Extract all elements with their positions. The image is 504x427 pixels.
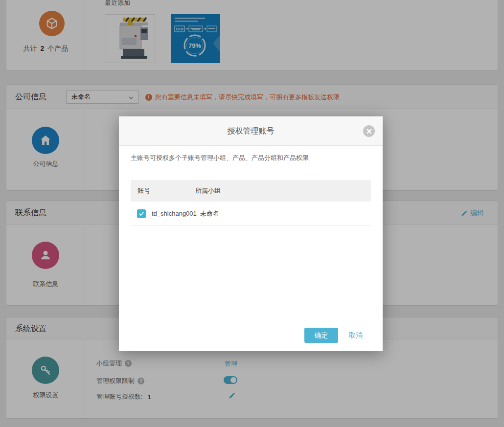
close-icon[interactable] [363,125,375,137]
modal-footer: 确定 取消 [304,328,363,343]
checkmark-icon [138,211,144,217]
modal-title: 授权管理账号 [119,126,383,136]
authorize-account-modal: 授权管理账号 主账号可授权多个子账号管理小组、产品、产品分组和产品权限 账号 所… [119,116,383,351]
column-account: 账号 [137,186,195,195]
account-checkbox[interactable] [137,209,146,218]
account-table: 账号 所属小组 td_shichang001 未命名 [131,180,371,226]
confirm-button[interactable]: 确定 [304,328,338,343]
account-row[interactable]: td_shichang001 未命名 [131,202,371,226]
modal-description: 主账号可授权多个子账号管理小组、产品、产品分组和产品权限 [131,154,309,162]
modal-header: 授权管理账号 [119,116,383,146]
page: 共计 2 个产品 最近添加 [0,0,504,427]
account-name: td_shichang001 [152,210,197,217]
column-group: 所属小组 [195,186,221,195]
account-table-header: 账号 所属小组 [131,180,371,202]
account-group: 未命名 [200,209,219,218]
cancel-button[interactable]: 取消 [349,331,363,340]
